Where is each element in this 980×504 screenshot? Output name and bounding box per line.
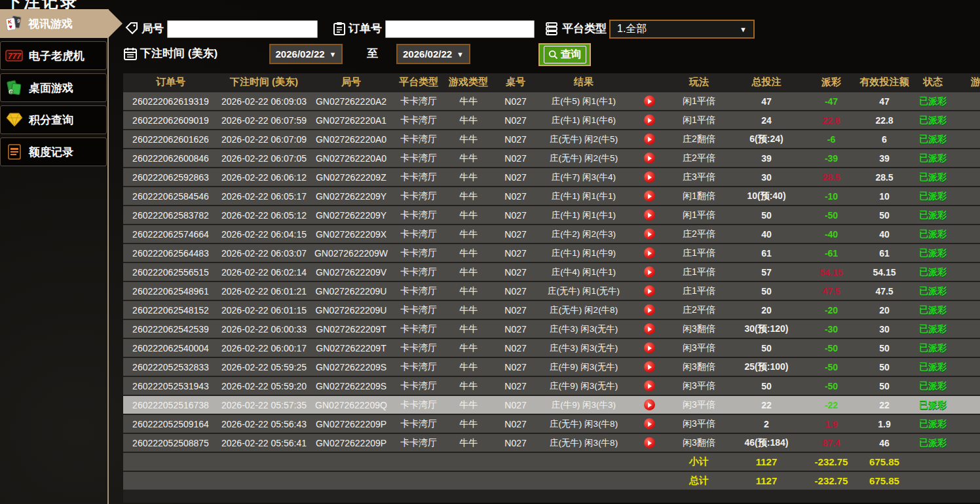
cell-valid-bet: 10 (857, 191, 911, 202)
play-replay-icon[interactable] (644, 228, 655, 240)
platform-type-select[interactable]: 1.全部 ▼ (609, 20, 755, 39)
cell-bet-time: 2026-02-22 06:02:14 (218, 267, 310, 278)
play-replay-icon[interactable] (644, 153, 655, 164)
cell-play-type: 庄1平倍 (670, 247, 728, 259)
table-row[interactable]: 2602220626193192026-02-22 06:09:03GN0272… (123, 92, 980, 111)
cell-status: 已派彩 (911, 96, 954, 107)
date-to-label: 至 (367, 46, 378, 61)
cell-valid-bet: 22 (857, 400, 911, 410)
play-replay-icon[interactable] (644, 399, 655, 410)
play-replay-icon[interactable] (644, 323, 655, 334)
column-header-6: 结果 (539, 76, 628, 88)
table-row[interactable]: 2602220625481522026-02-22 06:01:15GN0272… (123, 301, 980, 320)
table-row[interactable]: 2602220625845462026-02-22 06:05:17GN0272… (123, 187, 980, 206)
sidebar-item-3[interactable]: 积分查询 (0, 105, 107, 134)
cell-bet-time: 2026-02-22 06:06:12 (218, 172, 310, 183)
play-replay-icon[interactable] (644, 418, 655, 429)
cell-valid-bet: 6 (857, 134, 911, 145)
sidebar-item-label: 额度记录 (29, 145, 73, 160)
play-replay-icon[interactable] (644, 380, 655, 391)
play-replay-icon[interactable] (644, 285, 655, 297)
svg-text:777: 777 (8, 52, 22, 61)
play-replay-icon[interactable] (644, 342, 655, 353)
cell-order-number: 260222062574664 (123, 229, 218, 240)
column-header-12: 状态 (911, 76, 954, 88)
cell-platform: 卡卡湾厅 (392, 171, 445, 183)
cell-result: 庄(无牛) 闲3(牛8) (539, 437, 628, 449)
play-replay-icon[interactable] (644, 361, 655, 372)
play-replay-icon[interactable] (644, 134, 655, 145)
column-header-4: 游戏类型 (445, 76, 492, 88)
order-number-input[interactable] (385, 20, 535, 38)
column-header-8: 玩法 (670, 76, 728, 88)
round-number-input[interactable] (167, 20, 318, 38)
play-replay-icon[interactable] (644, 96, 655, 107)
cell-game-type: 牛牛 (445, 190, 492, 202)
cell-valid-bet: 30 (857, 324, 911, 334)
cell-table-number: N027 (492, 362, 539, 372)
play-replay-icon[interactable] (644, 171, 655, 183)
cell-result: 庄(牛7) 闲3(牛4) (539, 171, 628, 183)
cell-game-type: 牛牛 (445, 153, 492, 164)
cell-round-number: GN027262220A1 (310, 115, 392, 126)
play-replay-icon[interactable] (644, 266, 655, 278)
cell-bet-time: 2026-02-22 06:00:33 (218, 324, 310, 334)
cell-bet-time: 2026-02-22 06:01:15 (218, 305, 310, 315)
table-row[interactable]: 2602220625837822026-02-22 06:05:12GN0272… (123, 206, 980, 225)
cell-result: 庄(无牛) 闲2(牛5) (539, 153, 628, 164)
table-row[interactable]: 2602220625400042026-02-22 06:00:17GN0272… (123, 339, 980, 358)
cell-play-type: 闲1平倍 (670, 115, 728, 126)
cell-game-type: 牛牛 (445, 304, 492, 316)
table-row[interactable]: 2602220525091642026-02-22 05:56:43GN0272… (123, 415, 980, 434)
cell-platform: 卡卡湾厅 (392, 134, 445, 145)
table-row[interactable]: 2602220525328332026-02-22 05:59:25GN0272… (123, 358, 980, 377)
cell-replay (628, 323, 670, 334)
cell-valid-bet: 50 (857, 381, 911, 391)
cell-order-number: 260222062564483 (123, 248, 218, 259)
table-row[interactable]: 2602220626090192026-02-22 06:07:59GN0272… (123, 111, 980, 130)
query-button[interactable]: 查询 (538, 43, 591, 66)
sidebar-item-2[interactable]: ⚅桌面游戏 (0, 73, 107, 102)
cell-total-bet: 6(预:24) (728, 134, 805, 145)
cell-play-type: 庄2平倍 (670, 153, 728, 164)
play-replay-icon[interactable] (644, 209, 655, 221)
table-row[interactable]: 2602220525319432026-02-22 05:59:20GN0272… (123, 377, 980, 396)
playing-cards-icon: 9K♥ (5, 15, 22, 33)
table-row[interactable]: 2602220625565152026-02-22 06:02:14GN0272… (123, 263, 980, 282)
play-replay-icon[interactable] (644, 190, 655, 202)
table-row[interactable]: 2602220525167382026-02-22 05:57:35GN0272… (123, 396, 980, 415)
cell-round-number: GN027262220A0 (310, 134, 392, 145)
order-number-label: 订单号 (349, 21, 382, 36)
date-to-select[interactable]: 2026/02/22 ▼ (396, 44, 470, 64)
table-row[interactable]: 2602220625928632026-02-22 06:06:12GN0272… (123, 168, 980, 187)
sidebar-item-1[interactable]: 777电子老虎机 (0, 41, 107, 70)
cell-order-number: 260222052516738 (123, 400, 218, 410)
cell-bet-time: 2026-02-22 06:03:07 (218, 248, 310, 259)
table-row[interactable]: 2602220525088752026-02-22 05:56:41GN0272… (123, 434, 980, 453)
cell-payout: 22.8 (805, 115, 857, 126)
sidebar-item-0[interactable]: 9K♥视讯游戏 (0, 9, 122, 38)
play-replay-icon[interactable] (644, 115, 655, 126)
cell-game-type: 牛牛 (445, 323, 492, 335)
cell-game-type: 牛牛 (445, 171, 492, 183)
cell-order-number: 260222062601626 (123, 134, 218, 145)
table-row[interactable]: 2602220626008462026-02-22 06:07:05GN0272… (123, 149, 980, 168)
sidebar-item-4[interactable]: 额度记录 (0, 137, 107, 166)
cell-table-number: N027 (492, 248, 539, 259)
table-row[interactable]: 2602220625746642026-02-22 06:04:15GN0272… (123, 225, 980, 244)
table-row[interactable]: 2602220625425392026-02-22 06:00:33GN0272… (123, 320, 980, 339)
table-row[interactable]: 2602220625489612026-02-22 06:01:21GN0272… (123, 282, 980, 301)
play-replay-icon[interactable] (644, 247, 655, 259)
search-icon (548, 50, 558, 60)
table-row[interactable]: 2602220625644832026-02-22 06:03:07GN0272… (123, 244, 980, 263)
round-number-label: 局号 (141, 21, 164, 36)
cell-payout: -30 (805, 324, 857, 334)
table-row[interactable]: 2602220626016262026-02-22 06:07:09GN0272… (123, 130, 980, 149)
date-from-select[interactable]: 2026/02/22 ▼ (269, 44, 343, 64)
play-replay-icon[interactable] (644, 304, 655, 315)
cell-replay (628, 171, 670, 183)
cell-platform: 卡卡湾厅 (392, 190, 445, 202)
cell-status: 已派彩 (911, 342, 954, 354)
play-replay-icon[interactable] (644, 437, 655, 448)
cell-table-number: N027 (492, 115, 539, 126)
